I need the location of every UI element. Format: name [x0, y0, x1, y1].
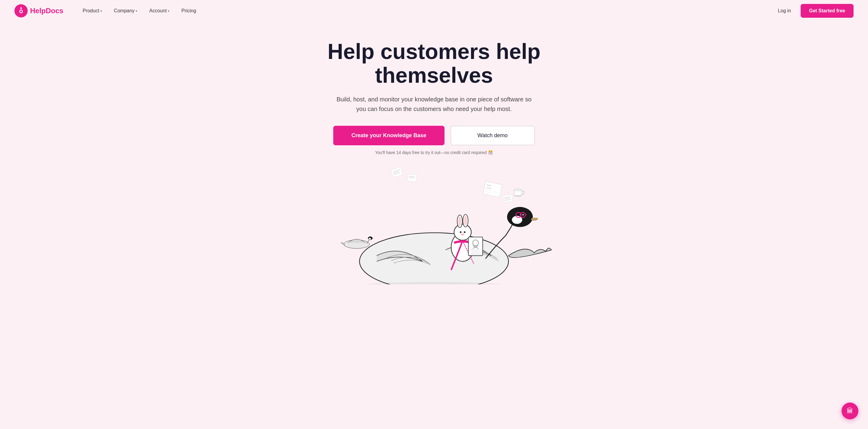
nav-product[interactable]: Product ▾ — [78, 6, 107, 16]
chevron-down-icon: ▾ — [100, 9, 102, 12]
hero-subtitle: Build, host, and monitor your knowledge … — [332, 94, 536, 114]
chat-widget[interactable]: 🏛 — [841, 402, 858, 419]
logo-text: HelpDocs — [30, 7, 63, 15]
svg-point-52 — [369, 238, 371, 240]
chevron-down-icon: ▾ — [136, 9, 137, 12]
get-started-button[interactable]: Get Started free — [801, 4, 854, 18]
hero-buttons: Create your Knowledge Base Watch demo — [6, 126, 862, 145]
watch-demo-button[interactable]: Watch demo — [451, 126, 535, 145]
nav-right: Log in Get Started free — [773, 4, 854, 18]
hero-title: Help customers help themselves — [299, 40, 569, 87]
navigation: HelpDocs Product ▾ Company ▾ Account ▾ P… — [0, 0, 868, 22]
nav-pricing[interactable]: Pricing — [177, 6, 201, 16]
svg-point-39 — [464, 216, 467, 226]
svg-point-41 — [464, 231, 466, 233]
hero-section: Help customers help themselves Build, ho… — [0, 22, 868, 290]
logo-icon — [14, 4, 28, 18]
logo-link[interactable]: HelpDocs — [14, 4, 63, 18]
chat-widget-icon: 🏛 — [847, 407, 853, 415]
svg-rect-3 — [391, 167, 403, 178]
chevron-down-icon: ▾ — [168, 9, 169, 12]
svg-rect-10 — [483, 181, 503, 198]
svg-point-29 — [522, 214, 524, 215]
nav-account[interactable]: Account ▾ — [144, 6, 174, 16]
login-link[interactable]: Log in — [773, 6, 796, 16]
svg-point-40 — [460, 231, 462, 233]
create-kb-button[interactable]: Create your Knowledge Base — [333, 126, 444, 145]
svg-point-2 — [20, 10, 22, 12]
hero-illustration: Ticket #34659 — [6, 164, 862, 284]
svg-point-53 — [348, 282, 520, 285]
svg-point-42 — [461, 234, 464, 236]
hero-illustration-svg: Ticket #34659 — [6, 164, 862, 284]
nav-links: Product ▾ Company ▾ Account ▾ Pricing — [78, 6, 773, 16]
nav-company[interactable]: Company ▾ — [109, 6, 142, 16]
hero-note: You'll have 14 days free to try it out—n… — [6, 150, 862, 155]
svg-point-17 — [514, 189, 522, 191]
svg-point-38 — [458, 217, 461, 226]
